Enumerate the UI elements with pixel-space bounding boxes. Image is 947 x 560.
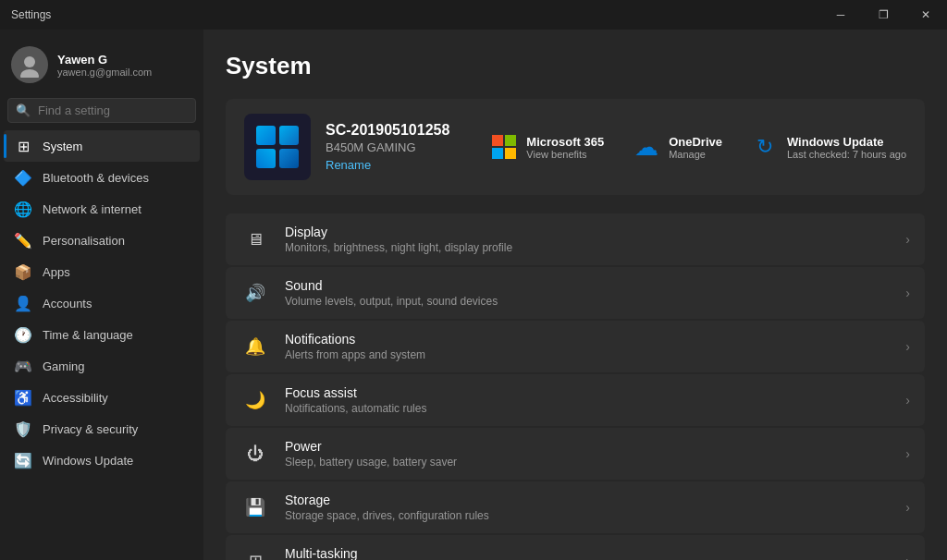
titlebar: Settings ─ ❐ ✕: [0, 0, 947, 30]
settings-icon-focus-assist: 🌙: [240, 385, 270, 415]
settings-desc-notifications: Alerts from apps and system: [285, 348, 891, 361]
search-input[interactable]: [38, 103, 193, 117]
sidebar-item-time[interactable]: 🕐 Time & language: [4, 319, 200, 350]
settings-text-power: Power Sleep, battery usage, battery save…: [285, 439, 891, 469]
windows-update-icon: ↻: [752, 134, 778, 160]
titlebar-title: Settings: [11, 8, 51, 21]
windows-update-name: Windows Update: [787, 135, 906, 149]
device-services: Microsoft 365 View benefits ☁ OneDrive M…: [491, 134, 906, 160]
settings-desc-storage: Storage space, drives, configuration rul…: [285, 509, 891, 522]
page-title: System: [226, 52, 925, 80]
windows-update-info: Windows Update Last checked: 7 hours ago: [787, 135, 906, 160]
settings-item-focus-assist[interactable]: 🌙 Focus assist Notifications, automatic …: [226, 374, 925, 426]
settings-item-storage[interactable]: 💾 Storage Storage space, drives, configu…: [226, 481, 925, 533]
settings-desc-focus-assist: Notifications, automatic rules: [285, 402, 891, 415]
nav-label-windows-update: Windows Update: [43, 454, 133, 468]
svg-rect-2: [256, 126, 276, 145]
service-microsoft365[interactable]: Microsoft 365 View benefits: [491, 134, 604, 160]
nav-label-time: Time & language: [43, 328, 133, 342]
nav-icon-time: 🕐: [15, 326, 31, 343]
search-bar[interactable]: 🔍: [7, 98, 196, 123]
settings-text-focus-assist: Focus assist Notifications, automatic ru…: [285, 385, 891, 415]
nav-label-bluetooth: Bluetooth & devices: [43, 171, 149, 185]
nav-label-personalisation: Personalisation: [43, 234, 125, 248]
user-info: Yawen G yawen.g@gmail.com: [57, 53, 152, 78]
settings-item-display[interactable]: 🖥 Display Monitors, brightness, night li…: [226, 213, 925, 265]
settings-item-sound[interactable]: 🔊 Sound Volume levels, output, input, so…: [226, 267, 925, 319]
onedrive-info: OneDrive Manage: [669, 135, 722, 160]
device-card: SC-201905101258 B450M GAMING Rename: [226, 99, 925, 195]
search-icon: 🔍: [16, 103, 31, 117]
onedrive-sub: Manage: [669, 149, 722, 160]
nav-icon-privacy: 🛡️: [15, 420, 31, 437]
svg-rect-5: [279, 149, 299, 168]
settings-title-sound: Sound: [285, 278, 891, 293]
settings-text-notifications: Notifications Alerts from apps and syste…: [285, 332, 891, 361]
chevron-icon-storage: ›: [905, 500, 910, 515]
settings-icon-multitasking: ⊞: [240, 546, 270, 560]
settings-icon-sound: 🔊: [240, 278, 270, 308]
user-profile[interactable]: Yawen G yawen.g@gmail.com: [0, 37, 203, 98]
avatar: [11, 46, 48, 83]
app-layout: Yawen G yawen.g@gmail.com 🔍 ⊞ System 🔷 B…: [0, 30, 947, 560]
svg-rect-7: [505, 135, 516, 146]
sidebar-item-windows-update[interactable]: 🔄 Windows Update: [4, 444, 200, 476]
chevron-icon-sound: ›: [905, 286, 910, 300]
sidebar-item-bluetooth[interactable]: 🔷 Bluetooth & devices: [4, 162, 200, 193]
chevron-icon-focus-assist: ›: [905, 393, 910, 408]
nav-icon-apps: 📦: [15, 263, 31, 280]
sidebar-item-system[interactable]: ⊞ System: [4, 130, 200, 162]
nav-list: ⊞ System 🔷 Bluetooth & devices 🌐 Network…: [0, 130, 203, 476]
chevron-icon-multitasking: ›: [905, 554, 910, 560]
chevron-icon-display: ›: [905, 232, 910, 247]
settings-title-focus-assist: Focus assist: [285, 385, 891, 400]
microsoft365-sub: View benefits: [526, 149, 604, 160]
nav-label-apps: Apps: [43, 265, 70, 279]
settings-text-display: Display Monitors, brightness, night ligh…: [285, 225, 891, 254]
sidebar-item-network[interactable]: 🌐 Network & internet: [4, 193, 200, 225]
settings-icon-display: 🖥: [240, 225, 270, 254]
windows-update-sub: Last checked: 7 hours ago: [787, 149, 906, 160]
close-button[interactable]: ✕: [904, 0, 947, 30]
sidebar-item-accounts[interactable]: 👤 Accounts: [4, 287, 200, 319]
nav-icon-bluetooth: 🔷: [15, 169, 31, 186]
minimize-button[interactable]: ─: [819, 0, 862, 30]
nav-icon-network: 🌐: [15, 201, 31, 217]
restore-button[interactable]: ❐: [862, 0, 904, 30]
nav-icon-windows-update: 🔄: [15, 452, 31, 469]
settings-title-multitasking: Multi-tasking: [285, 546, 891, 560]
svg-rect-8: [492, 148, 503, 159]
microsoft365-name: Microsoft 365: [526, 135, 604, 149]
chevron-icon-power: ›: [905, 446, 910, 461]
sidebar-item-gaming[interactable]: 🎮 Gaming: [4, 350, 200, 382]
settings-item-power[interactable]: ⏻ Power Sleep, battery usage, battery sa…: [226, 428, 925, 480]
settings-item-notifications[interactable]: 🔔 Notifications Alerts from apps and sys…: [226, 321, 925, 372]
svg-rect-3: [279, 126, 299, 145]
settings-desc-power: Sleep, battery usage, battery saver: [285, 456, 891, 469]
chevron-icon-notifications: ›: [905, 339, 910, 354]
device-name: SC-201905101258: [326, 122, 476, 139]
service-onedrive[interactable]: ☁ OneDrive Manage: [633, 134, 722, 160]
nav-icon-personalisation: ✏️: [15, 232, 31, 249]
svg-rect-6: [492, 135, 503, 146]
microsoft365-info: Microsoft 365 View benefits: [526, 135, 604, 160]
settings-icon-power: ⏻: [240, 439, 270, 469]
settings-title-power: Power: [285, 439, 891, 454]
service-windows-update[interactable]: ↻ Windows Update Last checked: 7 hours a…: [752, 134, 906, 160]
user-email: yawen.g@gmail.com: [57, 67, 152, 78]
sidebar-item-privacy[interactable]: 🛡️ Privacy & security: [4, 413, 200, 444]
main-content: System: [203, 30, 947, 560]
settings-list: 🖥 Display Monitors, brightness, night li…: [226, 213, 925, 560]
settings-icon-notifications: 🔔: [240, 332, 270, 361]
device-logo: [244, 114, 311, 180]
settings-icon-storage: 💾: [240, 493, 270, 522]
sidebar-item-apps[interactable]: 📦 Apps: [4, 256, 200, 287]
sidebar-item-personalisation[interactable]: ✏️ Personalisation: [4, 225, 200, 256]
settings-title-display: Display: [285, 225, 891, 239]
settings-text-multitasking: Multi-tasking Snap windows, desktops, ta…: [285, 546, 891, 560]
settings-title-notifications: Notifications: [285, 332, 891, 347]
sidebar-item-accessibility[interactable]: ♿ Accessibility: [4, 382, 200, 413]
nav-label-privacy: Privacy & security: [43, 422, 138, 436]
settings-item-multitasking[interactable]: ⊞ Multi-tasking Snap windows, desktops, …: [226, 535, 925, 560]
device-rename-link[interactable]: Rename: [326, 158, 476, 172]
